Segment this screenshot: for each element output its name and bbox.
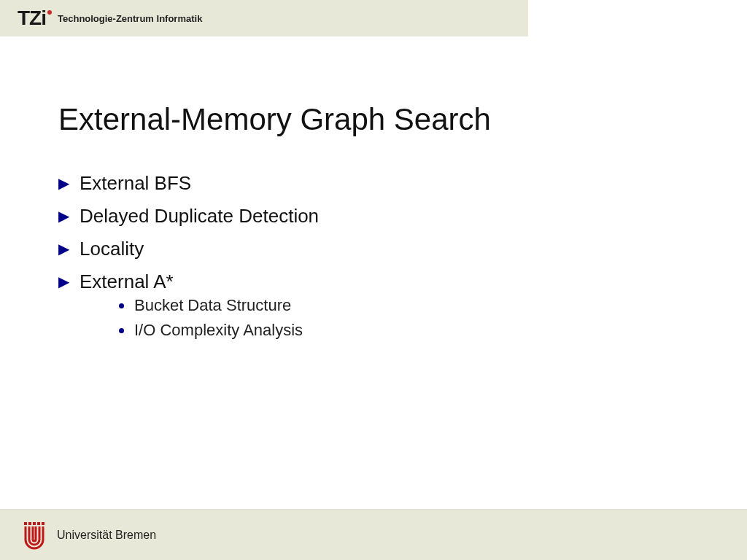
bullet-item: ▶ Locality [58,238,689,260]
svg-rect-1 [28,522,31,525]
bullet-item: ▶ External A* Bucket Data Structure I/O … [58,271,689,346]
dot-bullet-icon [119,303,124,308]
university-name: Universität Bremen [57,529,156,542]
bullet-item: ▶ External BFS [58,172,689,195]
header-bar: TZi Technologie-Zentrum Informatik [0,0,747,36]
triangle-bullet-icon: ▶ [58,172,69,194]
slide-content: External-Memory Graph Search ▶ External … [0,36,747,346]
bullet-text: External A* [80,271,174,292]
bullet-item: ▶ Delayed Duplicate Detection [58,205,689,228]
triangle-bullet-icon: ▶ [58,205,69,227]
tzi-logo: TZi [18,7,50,30]
header-logo-group: TZi Technologie-Zentrum Informatik [0,0,747,36]
header-org-name: Technologie-Zentrum Informatik [58,13,202,24]
bullet-text: External BFS [80,172,191,195]
sub-bullet-item: I/O Complexity Analysis [119,321,303,340]
bullet-text: Locality [80,238,144,260]
svg-rect-2 [33,522,36,525]
dot-bullet-icon [119,328,124,333]
svg-rect-4 [42,522,44,525]
sub-bullet-text: Bucket Data Structure [134,296,291,315]
svg-rect-0 [24,522,27,525]
sub-bullet-item: Bucket Data Structure [119,296,303,315]
triangle-bullet-icon: ▶ [58,271,69,292]
footer-bar: Universität Bremen [0,509,747,560]
sub-bullet-text: I/O Complexity Analysis [134,321,303,340]
svg-rect-3 [37,522,40,525]
slide: TZi Technologie-Zentrum Informatik Exter… [0,0,747,560]
bullet-list: ▶ External BFS ▶ Delayed Duplicate Detec… [58,172,689,346]
slide-title: External-Memory Graph Search [58,102,689,137]
university-logo-icon [22,521,47,550]
tzi-logo-text: TZi [18,7,46,30]
sub-bullet-list: Bucket Data Structure I/O Complexity Ana… [119,296,303,340]
bullet-text: Delayed Duplicate Detection [80,205,319,228]
tzi-logo-dot [47,10,52,15]
triangle-bullet-icon: ▶ [58,238,69,260]
bullet-block: External A* Bucket Data Structure I/O Co… [80,271,303,346]
